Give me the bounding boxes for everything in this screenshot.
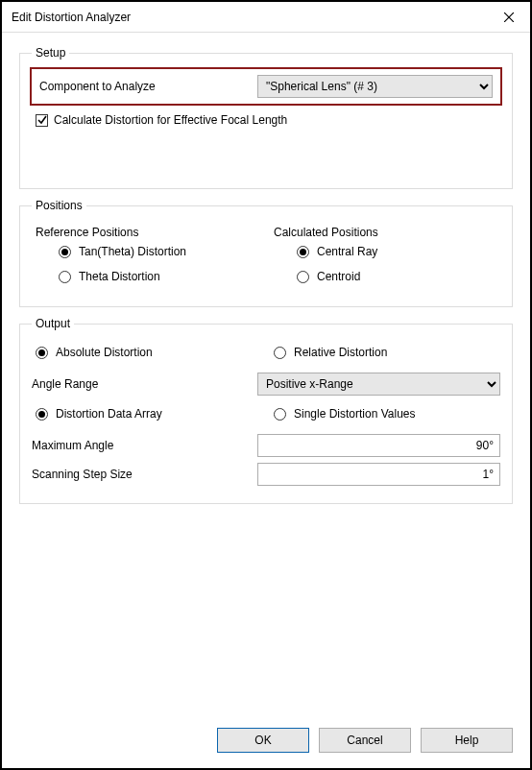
ref-tan-theta-radio[interactable] [59,246,71,258]
button-bar: OK Cancel Help [19,720,513,753]
setup-spacer [32,131,500,177]
reference-positions-col: Reference Positions Tan(Theta) Distortio… [32,222,262,295]
max-angle-label: Maximum Angle [32,439,257,452]
angle-range-select[interactable]: Positive x-Range [257,373,500,396]
calc-focal-row[interactable]: Calculate Distortion for Effective Focal… [36,113,500,127]
calc-centroid-label: Centroid [317,270,360,283]
component-select[interactable]: "Spherical Lens" (# 3) [257,75,493,98]
array-single-row: Distortion Data Array Single Distortion … [32,401,500,428]
close-icon [504,12,514,22]
component-highlight: Component to Analyze "Spherical Lens" (#… [30,67,502,106]
relative-radio[interactable] [274,347,286,359]
single-radio[interactable] [274,408,286,421]
ref-tan-theta-label: Tan(Theta) Distortion [79,245,186,258]
array-radio[interactable] [36,408,48,421]
relative-label: Relative Distortion [294,346,387,359]
calc-centroid-row[interactable]: Centroid [297,270,500,283]
client-area: Setup Component to Analyze "Spherical Le… [2,33,530,768]
ref-theta-radio[interactable] [59,271,71,283]
component-label: Component to Analyze [39,80,257,93]
relative-row[interactable]: Relative Distortion [274,346,500,359]
max-angle-input[interactable] [257,434,500,457]
window-title: Edit Distortion Analyzer [12,11,131,24]
array-row[interactable]: Distortion Data Array [36,407,262,421]
output-legend: Output [32,317,74,330]
setup-group: Setup Component to Analyze "Spherical Le… [19,46,513,189]
ok-button[interactable]: OK [217,728,309,753]
calc-central-ray-label: Central Ray [317,245,377,258]
calc-focal-label: Calculate Distortion for Effective Focal… [54,113,287,127]
single-label: Single Distortion Values [294,407,416,421]
close-button[interactable] [496,6,522,29]
absolute-label: Absolute Distortion [56,346,153,359]
absolute-radio[interactable] [36,347,48,359]
scan-step-label: Scanning Step Size [32,468,257,481]
angle-range-label: Angle Range [32,377,257,391]
help-button[interactable]: Help [421,728,513,753]
positions-legend: Positions [32,199,86,212]
ref-tan-theta-row[interactable]: Tan(Theta) Distortion [59,245,262,258]
dialog-window: Edit Distortion Analyzer Setup Component… [0,0,532,770]
calc-central-ray-row[interactable]: Central Ray [297,245,500,258]
calc-centroid-radio[interactable] [297,271,309,283]
calculated-heading: Calculated Positions [274,226,500,239]
scan-step-input[interactable] [257,463,500,486]
positions-group: Positions Reference Positions Tan(Theta)… [19,199,513,307]
output-group: Output Absolute Distortion Relative Dist… [19,317,513,504]
angle-range-row: Angle Range Positive x-Range [32,373,500,396]
abs-rel-row: Absolute Distortion Relative Distortion [32,340,500,367]
calc-focal-checkbox[interactable] [36,114,48,127]
cancel-button[interactable]: Cancel [319,728,411,753]
absolute-row[interactable]: Absolute Distortion [36,346,262,359]
setup-legend: Setup [32,46,69,60]
max-angle-row: Maximum Angle [32,434,500,457]
reference-heading: Reference Positions [36,226,262,239]
positions-columns: Reference Positions Tan(Theta) Distortio… [32,222,500,295]
checkmark-icon [37,115,47,125]
titlebar: Edit Distortion Analyzer [2,2,530,33]
array-label: Distortion Data Array [56,407,162,421]
calc-central-ray-radio[interactable] [297,246,309,258]
calculated-positions-col: Calculated Positions Central Ray Centroi… [270,222,500,295]
ref-theta-row[interactable]: Theta Distortion [59,270,262,283]
ref-theta-label: Theta Distortion [79,270,160,283]
scan-step-row: Scanning Step Size [32,463,500,486]
flex-spacer [19,514,513,720]
single-row[interactable]: Single Distortion Values [274,407,500,421]
